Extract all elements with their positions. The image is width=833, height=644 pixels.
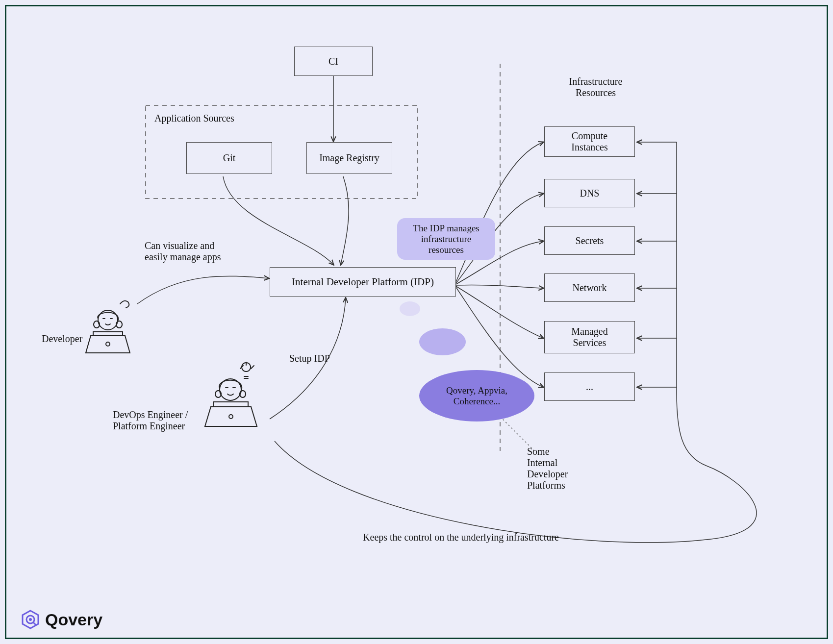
svg-point-12 (106, 342, 110, 346)
node-image-registry-label: Image Registry (319, 152, 379, 164)
bubble-idp-manages-text: The IDP manages infrastructure resources (413, 223, 479, 255)
annotation-setup: Setup IDP (289, 353, 330, 364)
brand-logo: Qovery (21, 610, 102, 629)
svg-line-18 (33, 622, 36, 625)
node-managed-label: Managed Services (571, 326, 607, 348)
node-ci-label: CI (328, 56, 338, 67)
infra-title: Infrastructure Resources (547, 76, 645, 99)
developer-label: Developer (42, 333, 82, 345)
annotation-keeps-control: Keeps the control on the underlying infr… (314, 532, 608, 543)
node-more-label: ... (586, 381, 593, 393)
diagram-svg (0, 0, 833, 644)
svg-line-10 (498, 414, 534, 451)
node-git: Git (186, 142, 272, 174)
node-compute-label: Compute Instances (571, 130, 607, 153)
node-network: Network (544, 273, 635, 302)
node-ci: CI (294, 47, 373, 76)
brand-text: Qovery (45, 610, 102, 629)
node-dns: DNS (544, 179, 635, 207)
node-secrets-label: Secrets (576, 235, 604, 247)
node-compute: Compute Instances (544, 126, 635, 157)
app-sources-title: Application Sources (154, 113, 234, 124)
providers-note: Some Internal Developer Platforms (527, 446, 591, 491)
annotation-visualize: Can visualize and easily manage apps (145, 240, 252, 263)
devops-label: DevOps Engineer / Platform Engineer (113, 409, 206, 432)
node-dns-label: DNS (580, 188, 599, 199)
node-network-label: Network (573, 282, 607, 294)
svg-point-14 (229, 415, 233, 419)
decoration-ellipse-mid (419, 328, 466, 355)
decoration-ellipse-light (400, 301, 420, 316)
node-idp: Internal Developer Platform (IDP) (270, 267, 456, 297)
node-git-label: Git (223, 152, 236, 164)
bubble-idp-manages: The IDP manages infrastructure resources (397, 218, 495, 260)
node-image-registry: Image Registry (306, 142, 392, 174)
svg-point-17 (29, 618, 32, 621)
node-idp-label: Internal Developer Platform (IDP) (292, 276, 434, 288)
bubble-providers-text: Qovery, Appvia, Coherence... (446, 385, 507, 407)
node-more: ... (544, 372, 635, 401)
node-secrets: Secrets (544, 226, 635, 255)
bubble-providers: Qovery, Appvia, Coherence... (419, 370, 534, 421)
node-managed: Managed Services (544, 321, 635, 353)
qovery-icon (21, 610, 40, 629)
